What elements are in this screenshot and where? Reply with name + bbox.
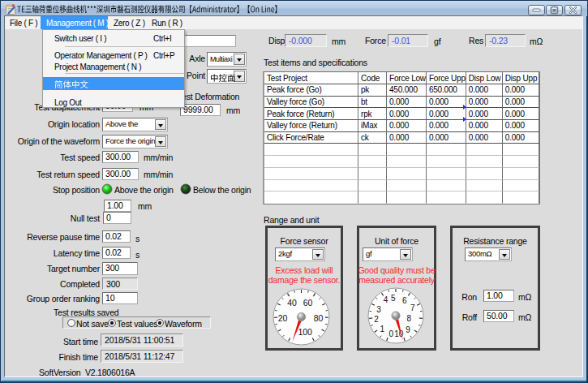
svg-text:4: 4: [383, 295, 388, 304]
svg-text:8: 8: [406, 314, 411, 323]
svg-text:5: 5: [391, 293, 396, 302]
svg-text:80: 80: [314, 313, 324, 323]
svg-text:2: 2: [374, 314, 379, 323]
svg-text:60: 60: [303, 298, 313, 308]
svg-text:100: 100: [298, 327, 312, 337]
svg-text:10: 10: [394, 329, 404, 338]
svg-text:6: 6: [402, 295, 407, 304]
svg-text:0: 0: [388, 329, 393, 338]
svg-text:20: 20: [278, 313, 288, 323]
svg-text:40: 40: [287, 298, 297, 308]
svg-text:7: 7: [410, 303, 414, 312]
svg-text:3: 3: [376, 304, 381, 313]
svg-text:1: 1: [380, 324, 384, 333]
svg-text:9: 9: [406, 325, 410, 334]
